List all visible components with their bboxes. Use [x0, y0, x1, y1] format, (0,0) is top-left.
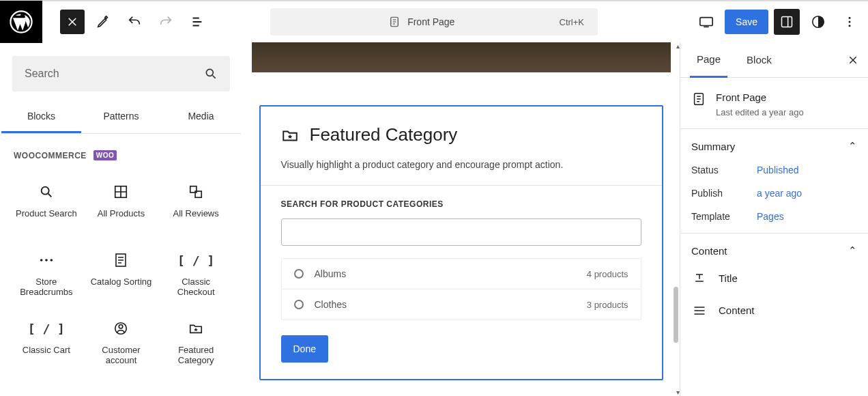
block-product-search[interactable]: Product Search	[11, 174, 82, 238]
wordpress-logo[interactable]	[0, 1, 42, 43]
summary-value[interactable]: a year ago	[757, 188, 802, 199]
block-label: All Reviews	[173, 208, 219, 218]
block-store-breadcrumbs[interactable]: Store Breadcrumbs	[11, 242, 82, 307]
settings-page-title: Front Page	[716, 91, 804, 103]
ellipsis-icon	[39, 251, 54, 270]
save-button[interactable]: Save	[725, 10, 768, 34]
section-title: Summary	[691, 141, 735, 152]
summary-value[interactable]: Pages	[757, 211, 784, 222]
block-classic-cart[interactable]: [ / ] Classic Cart	[11, 311, 82, 375]
block-label: Store Breadcrumbs	[14, 277, 79, 297]
search-categories-label: SEARCH FOR PRODUCT CATEGORIES	[281, 199, 641, 209]
svg-rect-2	[700, 18, 712, 26]
search-placeholder: Search	[25, 68, 204, 80]
summary-section-toggle[interactable]: Summary ⌃	[691, 140, 857, 152]
title-icon	[693, 272, 706, 284]
settings-panel-toggle[interactable]	[774, 9, 800, 35]
block-label: Catalog Sorting	[91, 277, 152, 287]
tools-icon[interactable]	[90, 9, 116, 35]
svg-point-5	[849, 17, 851, 19]
block-featured-category[interactable]: Featured Category	[160, 311, 231, 375]
tab-blocks[interactable]: Blocks	[1, 101, 81, 133]
option-count: 3 products	[587, 300, 628, 310]
reviews-icon	[188, 182, 203, 201]
settings-last-edited: Last edited a year ago	[716, 107, 804, 117]
block-description: Visually highlight a product category an…	[281, 159, 641, 170]
scrollbar-thumb[interactable]	[674, 287, 678, 343]
styles-icon[interactable]	[805, 9, 831, 35]
summary-key: Publish	[691, 188, 757, 199]
undo-icon[interactable]	[121, 9, 147, 35]
document-title: Front Page	[407, 16, 454, 27]
radio-icon	[294, 269, 304, 279]
tab-page[interactable]: Page	[690, 42, 727, 78]
svg-rect-3	[782, 17, 792, 27]
content-section-toggle[interactable]: Content ⌃	[691, 244, 857, 257]
grid-icon	[113, 182, 128, 201]
svg-point-14	[45, 259, 48, 261]
close-settings-icon[interactable]	[848, 55, 858, 66]
category-option-clothes[interactable]: Clothes 3 products	[282, 289, 641, 320]
featured-folder-icon	[281, 128, 299, 143]
svg-point-13	[40, 259, 43, 261]
svg-point-6	[849, 21, 851, 23]
featured-category-setup: Featured Category Visually highlight a p…	[259, 105, 663, 380]
tab-patterns[interactable]: Patterns	[81, 101, 161, 133]
svg-point-9	[41, 187, 48, 195]
content-icon	[693, 305, 706, 316]
svg-point-18	[119, 325, 124, 329]
hero-image-strip	[252, 42, 671, 72]
block-customer-account[interactable]: Customer account	[86, 311, 157, 375]
more-options-icon[interactable]	[837, 9, 863, 35]
tab-block[interactable]: Block	[740, 43, 779, 76]
shortcut-hint: Ctrl+K	[560, 17, 584, 27]
summary-key: Status	[691, 165, 757, 175]
block-all-products[interactable]: All Products	[86, 174, 157, 238]
view-icon[interactable]	[693, 9, 719, 35]
search-icon	[39, 182, 54, 201]
user-icon	[113, 319, 128, 338]
block-label: Customer account	[89, 345, 154, 365]
page-icon	[691, 91, 706, 107]
option-label: Clothes	[315, 299, 347, 310]
close-inserter-button[interactable]	[60, 10, 85, 34]
block-label: All Products	[98, 208, 145, 218]
block-all-reviews[interactable]: All Reviews	[160, 174, 231, 238]
category-search-input[interactable]	[281, 218, 641, 246]
shortcode-icon: [ / ]	[28, 319, 65, 338]
content-item-label: Title	[719, 272, 738, 284]
content-item-label: Content	[719, 305, 755, 316]
radio-icon	[294, 300, 304, 309]
option-count: 4 products	[587, 269, 628, 279]
document-title-bar[interactable]: Front Page Ctrl+K	[270, 8, 598, 36]
block-label: Classic Cart	[23, 345, 70, 355]
option-label: Albums	[315, 268, 347, 279]
block-label: Product Search	[16, 208, 77, 218]
category-option-albums[interactable]: Albums 4 products	[282, 259, 641, 289]
block-label: Featured Category	[163, 345, 229, 365]
search-icon	[204, 67, 218, 81]
featured-folder-icon	[188, 319, 203, 338]
scroll-up-arrow[interactable]: ▴	[676, 42, 680, 50]
block-search-input[interactable]: Search	[12, 56, 230, 91]
sort-icon	[114, 251, 128, 270]
block-catalog-sorting[interactable]: Catalog Sorting	[86, 242, 157, 307]
tab-media[interactable]: Media	[161, 101, 241, 133]
done-button[interactable]: Done	[281, 335, 328, 363]
content-item-title[interactable]: Title	[691, 266, 857, 289]
chevron-up-icon: ⌃	[848, 244, 857, 257]
block-classic-checkout[interactable]: [ / ] Classic Checkout	[160, 242, 231, 307]
block-title: Featured Category	[310, 124, 458, 145]
scroll-down-arrow[interactable]: ▾	[676, 388, 680, 396]
content-item-content[interactable]: Content	[691, 299, 857, 322]
woocommerce-badge: WOO	[93, 150, 117, 160]
chevron-up-icon: ⌃	[848, 140, 857, 152]
list-view-icon[interactable]	[184, 9, 210, 35]
svg-point-8	[206, 69, 213, 76]
redo-icon[interactable]	[153, 9, 179, 35]
summary-value[interactable]: Published	[757, 165, 799, 175]
category-label: WOOCOMMERCE	[14, 151, 87, 160]
page-icon	[388, 16, 401, 28]
summary-key: Template	[691, 211, 757, 222]
section-title: Content	[691, 245, 727, 257]
